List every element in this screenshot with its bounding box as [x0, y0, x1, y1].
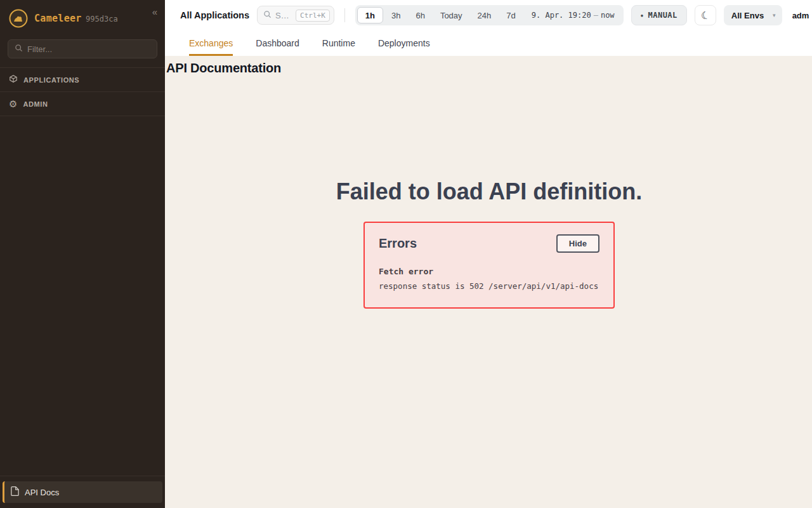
hide-errors-button[interactable]: Hide [556, 234, 599, 253]
time-range-6h[interactable]: 6h [409, 7, 431, 23]
document-icon [11, 486, 19, 498]
sidebar-header: Cameleer 995d3ca « [0, 0, 165, 34]
sidebar-nav: APPLICATIONS ⚙ ADMIN [0, 67, 165, 116]
global-search[interactable]: Ctrl+K [257, 6, 334, 25]
environment-select[interactable]: All Envs ▾ [724, 5, 782, 25]
chevron-down-icon: ▾ [773, 12, 776, 18]
search-icon [263, 10, 272, 21]
search-input[interactable] [275, 11, 292, 20]
divider [344, 8, 345, 22]
error-detail: response status is 502 /server/api/v1/ap… [379, 281, 599, 291]
dark-mode-toggle[interactable]: ☾ [695, 5, 716, 25]
content-area: API Documentation Failed to load API def… [165, 56, 812, 508]
time-range-today[interactable]: Today [433, 7, 469, 23]
time-range-separator: — [594, 11, 598, 20]
cameleer-logo-icon [9, 9, 28, 28]
sidebar-item-label: API Docs [25, 488, 59, 497]
sidebar-bottom: API Docs [0, 476, 165, 508]
errors-panel: Errors Hide Fetch error response status … [363, 222, 615, 309]
app-version-suffix: 995d3ca [86, 15, 118, 23]
main-column: All Applications Ctrl+K 1h 3h 6h Today 2… [165, 0, 812, 508]
sidebar-item-applications[interactable]: APPLICATIONS [0, 68, 165, 92]
moon-icon: ☾ [700, 8, 711, 22]
status-dot-icon: ● [641, 13, 644, 18]
time-range-display: 9. Apr. 19:20—now [532, 11, 615, 20]
time-range-to: now [601, 11, 615, 20]
tab-deployments[interactable]: Deployments [378, 30, 430, 56]
sidebar-item-api-docs[interactable]: API Docs [3, 481, 162, 503]
topbar: All Applications Ctrl+K 1h 3h 6h Today 2… [165, 0, 812, 30]
user-menu[interactable]: adm [792, 11, 809, 20]
applications-icon [9, 74, 18, 86]
time-range-1h[interactable]: 1h [357, 7, 383, 23]
errors-panel-title: Errors [379, 236, 417, 251]
sidebar-item-label: ADMIN [23, 100, 48, 108]
search-shortcut-badge: Ctrl+K [296, 10, 330, 22]
divider [0, 476, 165, 476]
sidebar-collapse-icon[interactable]: « [152, 6, 157, 17]
error-name: Fetch error [379, 267, 599, 276]
manual-refresh-button[interactable]: ● MANUAL [631, 5, 687, 25]
tab-exchanges[interactable]: Exchanges [189, 30, 233, 56]
app-logo-name: Cameleer [34, 13, 82, 24]
tabs: Exchanges Dashboard Runtime Deployments [165, 30, 812, 56]
time-range-24h[interactable]: 24h [471, 7, 499, 23]
time-range-bar: 1h 3h 6h Today 24h 7d 9. Apr. 19:20—now [355, 5, 624, 25]
filter-input[interactable] [27, 44, 150, 54]
load-error-message: Failed to load API definition. [166, 178, 812, 205]
sidebar-item-admin[interactable]: ⚙ ADMIN [0, 92, 165, 116]
time-range-3h[interactable]: 3h [384, 7, 407, 23]
manual-label: MANUAL [648, 11, 677, 20]
gear-icon: ⚙ [9, 99, 17, 109]
page-title: API Documentation [166, 61, 812, 76]
tab-dashboard[interactable]: Dashboard [256, 30, 299, 56]
time-range-7d[interactable]: 7d [499, 7, 522, 23]
sidebar: Cameleer 995d3ca « APPLICATIONS ⚙ ADMIN [0, 0, 165, 508]
time-range-from: 9. Apr. 19:20 [532, 11, 591, 20]
page-context-title: All Applications [180, 10, 249, 20]
environment-value: All Envs [731, 11, 764, 20]
search-icon [15, 43, 23, 55]
sidebar-filter[interactable] [8, 39, 157, 58]
tab-runtime[interactable]: Runtime [322, 30, 355, 56]
sidebar-item-label: APPLICATIONS [23, 76, 79, 84]
